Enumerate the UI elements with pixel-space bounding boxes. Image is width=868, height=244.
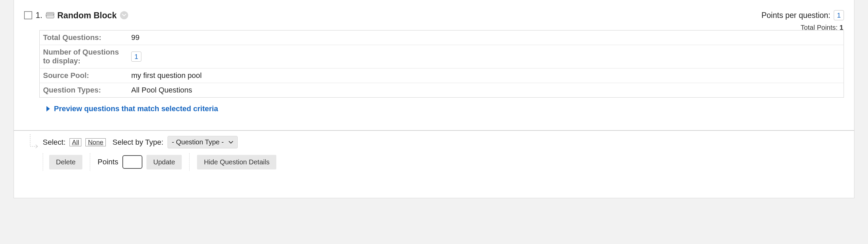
random-block-icon <box>46 12 54 18</box>
select-all-button[interactable]: All <box>70 138 81 146</box>
table-row: Source Pool: my first question pool <box>40 68 844 83</box>
detail-label: Number of Questions to display: <box>40 45 128 68</box>
detail-value: 1 <box>128 45 844 68</box>
detail-label: Source Pool: <box>40 68 128 83</box>
detail-value: 99 <box>128 30 844 45</box>
block-title: Random Block <box>57 11 117 20</box>
total-points-value: 1 <box>840 24 843 31</box>
points-input[interactable] <box>122 155 142 169</box>
block-number: 1. <box>36 11 42 20</box>
detail-value: my first question pool <box>128 68 844 83</box>
block-menu-toggle[interactable] <box>120 11 128 19</box>
detail-label: Question Types: <box>40 83 128 98</box>
questions-to-display-input[interactable]: 1 <box>131 52 141 62</box>
detail-value: All Pool Questions <box>128 83 844 98</box>
select-none-button[interactable]: None <box>85 138 105 146</box>
question-type-select[interactable]: - Question Type - <box>167 136 238 148</box>
block-header: 1. Random Block Points per question: 1 <box>24 10 844 20</box>
question-type-selected: - Question Type - <box>172 138 224 146</box>
table-row: Total Questions: 99 <box>40 30 844 45</box>
total-points-label: Total Points: <box>801 24 837 31</box>
caret-right-icon <box>46 106 50 111</box>
detail-label: Total Questions: <box>40 30 128 45</box>
points-per-question-label: Points per question: <box>762 11 830 20</box>
select-block-checkbox[interactable] <box>24 11 32 19</box>
chevron-down-icon <box>122 14 126 17</box>
question-block-card: 1. Random Block Points per question: 1 T… <box>14 0 854 130</box>
points-field-label: Points <box>98 158 118 166</box>
table-row: Question Types: All Pool Questions <box>40 83 844 98</box>
select-label: Select: <box>43 138 65 147</box>
bulk-toolbar: Select: All None Select by Type: - Quest… <box>14 130 854 198</box>
update-button[interactable]: Update <box>146 155 182 169</box>
preview-link-label: Preview questions that match selected cr… <box>54 104 218 113</box>
chevron-down-icon <box>229 141 233 144</box>
hide-question-details-button[interactable]: Hide Question Details <box>197 155 276 169</box>
select-by-type-label: Select by Type: <box>113 138 163 147</box>
delete-button[interactable]: Delete <box>49 155 82 169</box>
preview-toggle[interactable]: Preview questions that match selected cr… <box>46 104 844 113</box>
table-row: Number of Questions to display: 1 <box>40 45 844 68</box>
points-per-question-input[interactable]: 1 <box>834 10 844 20</box>
selection-arrow-icon <box>27 134 41 151</box>
block-details-table: Total Questions: 99 Number of Questions … <box>39 30 844 98</box>
